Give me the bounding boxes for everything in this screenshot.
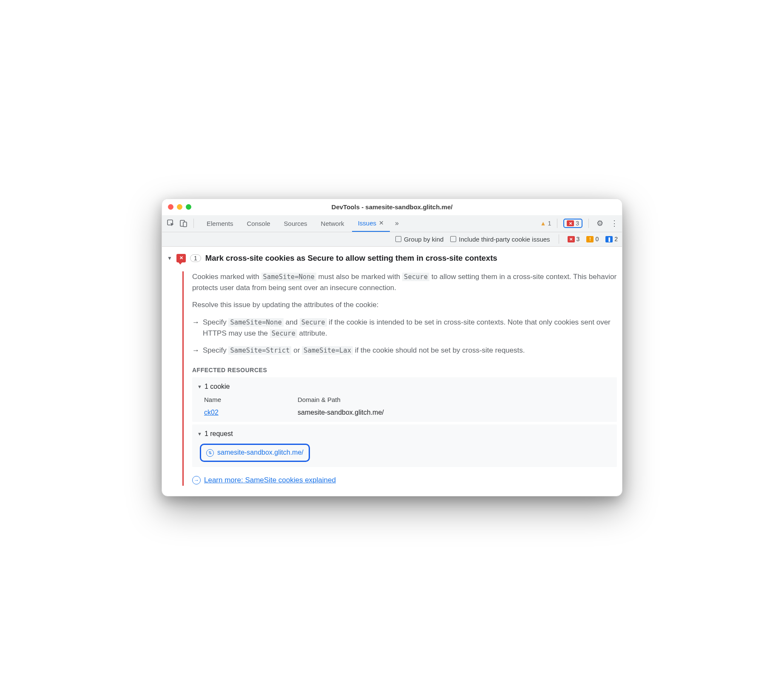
code-literal: SameSite=None: [228, 318, 283, 327]
issue-suggestion-1: → Specify SameSite=None and Secure if th…: [192, 317, 617, 339]
close-tab-icon[interactable]: ✕: [379, 219, 384, 226]
divider: [557, 219, 557, 228]
divider: [588, 219, 589, 228]
code-literal: SameSite=None: [261, 273, 316, 281]
message-stat-count: 2: [614, 236, 618, 242]
col-name: Name: [204, 395, 298, 404]
toggle-device-icon[interactable]: [179, 219, 188, 228]
titlebar: DevTools - samesite-sandbox.glitch.me/: [162, 199, 622, 215]
errors-badge[interactable]: ✕ 3: [563, 219, 582, 228]
affected-requests-block: ▼ 1 request ⇅ samesite-sandbox.glitch.me…: [192, 424, 617, 467]
tab-network[interactable]: Network: [315, 215, 350, 232]
affected-cookies-block: ▼ 1 cookie Name Domain & Path ck02 sames…: [192, 377, 617, 422]
warning-stat-count: 0: [595, 236, 599, 242]
request-count-label: 1 request: [205, 429, 233, 439]
affected-resources-label: AFFECTED RESOURCES: [192, 366, 617, 375]
warnings-badge[interactable]: ▲ 1: [540, 220, 551, 227]
tab-console[interactable]: Console: [241, 215, 276, 232]
error-icon: ✕: [568, 236, 575, 242]
error-type-icon: [176, 254, 186, 262]
learn-more-text[interactable]: Learn more: SameSite cookies explained: [204, 475, 336, 486]
expand-icon[interactable]: ▼: [197, 430, 202, 438]
window-controls: [162, 204, 191, 210]
inspect-element-icon[interactable]: [166, 219, 176, 228]
cookie-domain-value: samesite-sandbox.glitch.me/: [298, 407, 612, 418]
message-stat[interactable]: ❚2: [605, 236, 618, 242]
error-stat-count: 3: [577, 236, 580, 242]
arrow-icon: →: [192, 317, 199, 339]
more-menu-icon[interactable]: ⋮: [609, 219, 619, 228]
arrow-icon: →: [192, 345, 199, 356]
col-domain-path: Domain & Path: [298, 395, 612, 404]
issue-body: Cookies marked with SameSite=None must a…: [182, 271, 617, 486]
tab-elements[interactable]: Elements: [201, 215, 239, 232]
divider: [559, 234, 559, 244]
tab-issues[interactable]: Issues ✕: [352, 215, 390, 232]
code-literal: SameSite=Strict: [228, 346, 291, 355]
group-by-kind-checkbox[interactable]: Group by kind: [395, 236, 443, 243]
warning-icon: !: [586, 236, 594, 242]
window-title: DevTools - samesite-sandbox.glitch.me/: [162, 203, 622, 211]
issue-count-badge: 1: [190, 254, 201, 262]
settings-icon[interactable]: ⚙: [595, 219, 605, 228]
tab-label: Elements: [207, 220, 233, 227]
warning-count: 1: [548, 220, 551, 227]
warning-icon: ▲: [540, 220, 546, 227]
open-external-icon: →: [192, 476, 201, 484]
include-third-party-checkbox[interactable]: Include third-party cookie issues: [450, 236, 550, 243]
tab-label: Network: [321, 220, 344, 227]
issues-panel: ▼ 1 Mark cross-site cookies as Secure to…: [162, 247, 622, 496]
checkbox-icon: [395, 236, 401, 242]
code-literal: Secure: [402, 273, 429, 281]
code-literal: SameSite=Lax: [302, 346, 353, 355]
issue-header[interactable]: ▼ 1 Mark cross-site cookies as Secure to…: [167, 251, 617, 267]
checkbox-label: Group by kind: [404, 236, 443, 243]
issue-description-2: Resolve this issue by updating the attri…: [192, 299, 617, 310]
code-literal: Secure: [300, 318, 327, 327]
affected-request-link[interactable]: ⇅ samesite-sandbox.glitch.me/: [200, 444, 310, 462]
svg-rect-2: [183, 222, 187, 227]
tab-label: Console: [247, 220, 270, 227]
issue-suggestion-2: → Specify SameSite=Strict or SameSite=La…: [192, 345, 617, 356]
expand-icon[interactable]: ▼: [197, 383, 202, 390]
affected-cookies-header[interactable]: ▼ 1 cookie: [197, 382, 612, 392]
divider: [193, 219, 194, 228]
expand-icon[interactable]: ▼: [167, 255, 172, 261]
cookie-name-link[interactable]: ck02: [204, 409, 219, 416]
checkbox-label: Include third-party cookie issues: [459, 236, 550, 243]
error-icon: ✕: [567, 220, 574, 226]
error-stat[interactable]: ✕3: [568, 236, 580, 242]
window-zoom-icon[interactable]: [186, 204, 191, 210]
issue-description-1: Cookies marked with SameSite=None must a…: [192, 271, 617, 294]
checkbox-icon: [450, 236, 456, 242]
window-close-icon[interactable]: [168, 204, 173, 210]
message-icon: ❚: [605, 236, 613, 242]
code-literal: Secure: [270, 329, 297, 338]
network-icon: ⇅: [206, 449, 214, 457]
more-tabs-icon[interactable]: »: [392, 219, 402, 227]
devtools-window: DevTools - samesite-sandbox.glitch.me/ E…: [162, 199, 622, 497]
issue-title: Mark cross-site cookies as Secure to all…: [205, 254, 497, 263]
warning-stat[interactable]: !0: [586, 236, 599, 242]
main-tabs: Elements Console Sources Network Issues …: [162, 215, 622, 232]
issues-options-bar: Group by kind Include third-party cookie…: [162, 232, 622, 247]
window-minimize-icon[interactable]: [177, 204, 182, 210]
error-count: 3: [576, 220, 579, 227]
tab-label: Issues: [358, 219, 376, 227]
request-url: samesite-sandbox.glitch.me/: [217, 447, 304, 458]
tab-sources[interactable]: Sources: [278, 215, 313, 232]
tab-label: Sources: [284, 220, 307, 227]
affected-requests-header[interactable]: ▼ 1 request: [197, 429, 612, 439]
cookie-count-label: 1 cookie: [205, 382, 230, 392]
learn-more-link[interactable]: → Learn more: SameSite cookies explained: [192, 475, 617, 486]
